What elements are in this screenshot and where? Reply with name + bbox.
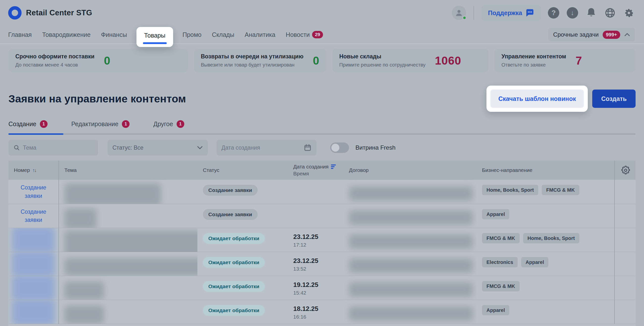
- cell-number: [8, 300, 59, 324]
- summary-card-value: 1060: [435, 54, 461, 67]
- table-row: Создание заявкиСоздание заявкиApparel: [8, 204, 636, 228]
- tab-count-badge: 1: [40, 120, 48, 128]
- sort-arrows-icon: ↑↓: [32, 167, 36, 173]
- nav-item-label: Финансы: [101, 31, 127, 38]
- urgent-tasks-button[interactable]: Срочные задачи 999+: [548, 28, 635, 41]
- cell-status: Ожидает обработки: [198, 228, 288, 252]
- fresh-showcase-label: Витрина Fresh: [356, 144, 396, 151]
- fresh-showcase-toggle[interactable]: [330, 143, 349, 153]
- business-tag: Electronics: [482, 257, 518, 267]
- nav-item-home[interactable]: Главная: [8, 31, 32, 38]
- tab-count-badge: 1: [122, 120, 130, 128]
- creation-time: 17:12: [293, 242, 338, 248]
- column-header-date[interactable]: Дата создания Время: [288, 161, 344, 180]
- cell-business: Apparel: [476, 300, 614, 324]
- nav-item-label: Товародвижение: [42, 31, 91, 38]
- cell-business: Apparel: [476, 204, 614, 228]
- tab-creation[interactable]: Создание1: [8, 120, 48, 133]
- column-header-number[interactable]: Номер ↑↓: [8, 161, 59, 180]
- app-logo-icon: [8, 6, 22, 19]
- brand: Retail Center STG: [8, 6, 92, 19]
- cell-business: FMCG & MKHome, Books, Sport: [476, 228, 614, 252]
- tab-label: Другое: [153, 121, 173, 128]
- nav-item-analytics[interactable]: Аналитика: [245, 31, 276, 38]
- business-tag: FMCG & MK: [482, 233, 520, 243]
- nav-item-warehouses[interactable]: Склады: [212, 31, 234, 38]
- topic-search-field[interactable]: [8, 140, 98, 156]
- status-badge: Создание заявки: [203, 209, 258, 220]
- summary-card-new-warehouses[interactable]: Новые складыПримите решение по сотруднич…: [332, 49, 489, 72]
- tab-editing[interactable]: Редактирование1: [71, 120, 130, 133]
- cell-date: [288, 180, 344, 204]
- active-tab-underline: [143, 42, 167, 44]
- summary-card-subtitle: Ответьте по заявке: [501, 62, 566, 68]
- summary-card-title: Срочно оформите поставки: [15, 53, 94, 60]
- nav-item-product-flow[interactable]: Товародвижение: [42, 31, 91, 38]
- support-button[interactable]: Поддержка: [482, 5, 541, 21]
- settings-gear-icon[interactable]: [623, 7, 635, 19]
- nav-item-news[interactable]: Новости29: [286, 31, 323, 38]
- summary-card-disposal-returns[interactable]: Возвраты в очереди на утилизациюВывезите…: [194, 49, 326, 72]
- cell-actions: [614, 252, 636, 276]
- table-row: Создание заявкиСоздание заявкиHome, Book…: [8, 180, 636, 204]
- status-badge: Ожидает обработки: [203, 233, 265, 244]
- urgent-tasks-label: Срочные задачи: [553, 31, 599, 38]
- redacted-number: [12, 228, 55, 252]
- nav-item-finance[interactable]: Финансы: [101, 31, 127, 38]
- status-select-value: Статус: Все: [112, 145, 144, 151]
- globe-icon[interactable]: [604, 7, 616, 19]
- nav-item-label: Новости: [286, 31, 310, 38]
- creation-time: 15:42: [293, 290, 338, 296]
- redacted-topic: [64, 258, 198, 276]
- requests-table: Номер ↑↓ Тема Статус Дата создания Время…: [8, 161, 636, 326]
- cell-date: 23.12.2517:12: [288, 228, 344, 252]
- creation-date-field[interactable]: Дата создания: [216, 140, 316, 156]
- summary-card-value: 0: [104, 54, 110, 67]
- user-avatar[interactable]: [452, 6, 466, 20]
- nav-item-promo[interactable]: Промо: [182, 31, 202, 38]
- business-tags: FMCG & MK: [482, 281, 609, 291]
- notifications-bell-icon[interactable]: [585, 7, 598, 19]
- cell-topic: [59, 276, 198, 300]
- table-header: Номер ↑↓ Тема Статус Дата создания Время…: [8, 161, 636, 180]
- creation-date: 19.12.25: [293, 281, 338, 289]
- nav-item-products[interactable]: Товары: [144, 32, 166, 39]
- chevron-up-icon: [624, 33, 630, 37]
- request-tabs: Создание1Редактирование1Другое1: [8, 120, 636, 135]
- summary-card-urgent-supplies[interactable]: Срочно оформите поставкиДо поставки мене…: [8, 49, 188, 72]
- cell-contract: [344, 228, 476, 252]
- business-tag: FMCG & MK: [482, 281, 520, 291]
- summary-card-text: Новые складыПримите решение по сотруднич…: [339, 53, 426, 68]
- active-tab-spotlight: Товары: [136, 27, 173, 47]
- creation-date: 23.12.25: [293, 257, 338, 265]
- download-template-button[interactable]: Скачать шаблон новинок: [490, 90, 584, 108]
- page-actions: Скачать шаблон новинок Создать: [486, 86, 636, 112]
- status-select[interactable]: Статус: Все: [108, 140, 208, 156]
- column-settings-cell: [614, 161, 636, 180]
- tabs-track: [8, 133, 636, 135]
- cell-number: [8, 252, 59, 276]
- cell-business: Home, Books, SportFMCG & MK: [476, 180, 614, 204]
- cell-date: 19.12.2515:42: [288, 276, 344, 300]
- cell-topic: [59, 228, 198, 252]
- redacted-number: [12, 300, 55, 324]
- table-settings-gear-icon[interactable]: [620, 165, 630, 175]
- request-number-link[interactable]: Создание заявки: [12, 183, 56, 200]
- redacted-topic: [64, 231, 198, 252]
- summary-card-content-management[interactable]: Управление контентомОтветьте по заявке7: [494, 49, 636, 72]
- redacted-contract: [349, 307, 473, 321]
- download-icon[interactable]: ↓: [566, 7, 578, 19]
- request-number-link[interactable]: Создание заявки: [12, 208, 56, 224]
- cell-actions: [614, 300, 636, 324]
- summary-card-subtitle: Вывезите или товар будет утилизирован: [201, 62, 304, 68]
- urgent-tasks-badge: 999+: [603, 31, 620, 39]
- table-row: Ожидает обработки19.12.2515:42FMCG & MK: [8, 276, 636, 300]
- help-icon[interactable]: ?: [548, 7, 560, 19]
- column-header-status: Статус: [198, 161, 288, 180]
- create-button[interactable]: Создать: [592, 90, 636, 108]
- creation-time: 16:16: [293, 314, 338, 320]
- topic-search-input[interactable]: [23, 145, 93, 151]
- table-body: Создание заявкиСоздание заявкиHome, Book…: [8, 180, 636, 324]
- tab-other[interactable]: Другое1: [153, 120, 184, 133]
- cell-contract: [344, 276, 476, 300]
